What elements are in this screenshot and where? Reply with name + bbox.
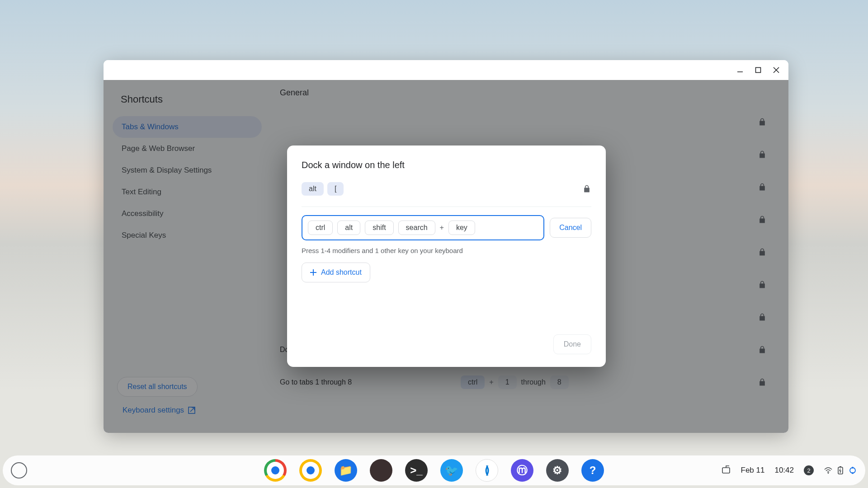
- titlebar: [104, 60, 788, 80]
- svg-point-8: [828, 473, 829, 474]
- done-button[interactable]: Done: [553, 334, 591, 354]
- lock-icon: [582, 184, 591, 193]
- maximize-icon: [755, 67, 761, 73]
- svg-point-12: [852, 467, 854, 469]
- done-label: Done: [564, 340, 581, 348]
- app-vscode[interactable]: ≬: [476, 459, 498, 482]
- close-button[interactable]: [768, 61, 785, 79]
- battery-icon: [837, 466, 844, 475]
- shelf: 📁>_🐦≬ⓜ⚙? Feb 11 10:42 2: [3, 455, 865, 485]
- app-mastodon[interactable]: ⓜ: [511, 459, 533, 482]
- plus-icon: [310, 269, 316, 276]
- minimize-button[interactable]: [731, 61, 749, 79]
- time-text: 10:42: [774, 466, 794, 475]
- app-app-b[interactable]: [370, 459, 392, 482]
- screenshot-icon[interactable]: [721, 465, 731, 475]
- wifi-icon: [824, 466, 833, 475]
- app-files[interactable]: 📁: [335, 459, 357, 482]
- add-shortcut-label: Add shortcut: [321, 268, 362, 277]
- key-cap: shift: [365, 221, 393, 235]
- tray-icons: [824, 466, 857, 475]
- shortcut-input[interactable]: ctrl alt shift search + key: [302, 215, 544, 240]
- date-text: Feb 11: [741, 466, 765, 475]
- app-twitter[interactable]: 🐦: [440, 459, 463, 482]
- app-chrome-canary[interactable]: [299, 459, 322, 482]
- key-cap: ctrl: [308, 221, 333, 235]
- shortcuts-window: Shortcuts Tabs & Windows Page & Web Brow…: [104, 60, 788, 433]
- notification-badge[interactable]: 2: [804, 465, 814, 475]
- app-terminal[interactable]: >_: [405, 459, 428, 482]
- maximize-button[interactable]: [750, 61, 767, 79]
- launcher-button[interactable]: [11, 462, 27, 479]
- plus-separator: +: [440, 224, 444, 232]
- svg-rect-1: [756, 68, 761, 73]
- dialog-title: Dock a window on the left: [302, 160, 591, 170]
- svg-point-13: [852, 472, 854, 474]
- extension-icon: [848, 466, 857, 475]
- close-icon: [773, 66, 780, 74]
- cancel-label: Cancel: [559, 224, 582, 231]
- key-cap: [: [327, 182, 344, 196]
- app-settings[interactable]: ⚙: [546, 459, 569, 482]
- key-cap: key: [448, 221, 475, 235]
- svg-rect-10: [840, 466, 841, 467]
- dialog-footer: Done: [302, 334, 591, 354]
- input-hint: Press 1-4 modifiers and 1 other key on y…: [302, 247, 591, 254]
- key-cap: alt: [302, 182, 324, 196]
- locked-shortcut-row: alt [: [302, 182, 591, 207]
- app-help[interactable]: ?: [581, 459, 604, 482]
- key-cap: alt: [337, 221, 360, 235]
- shortcut-input-row: ctrl alt shift search + key Cancel: [302, 215, 591, 240]
- edit-shortcut-dialog: Dock a window on the left alt [ ctrl alt…: [287, 145, 606, 367]
- shelf-apps: 📁>_🐦≬ⓜ⚙?: [264, 459, 604, 482]
- status-area[interactable]: Feb 11 10:42 2: [721, 465, 857, 475]
- add-shortcut-button[interactable]: Add shortcut: [302, 263, 370, 282]
- key-cap: search: [398, 221, 435, 235]
- app-chrome[interactable]: [264, 459, 287, 482]
- cancel-button[interactable]: Cancel: [550, 218, 591, 238]
- svg-rect-7: [722, 468, 730, 473]
- minimize-icon: [736, 66, 744, 74]
